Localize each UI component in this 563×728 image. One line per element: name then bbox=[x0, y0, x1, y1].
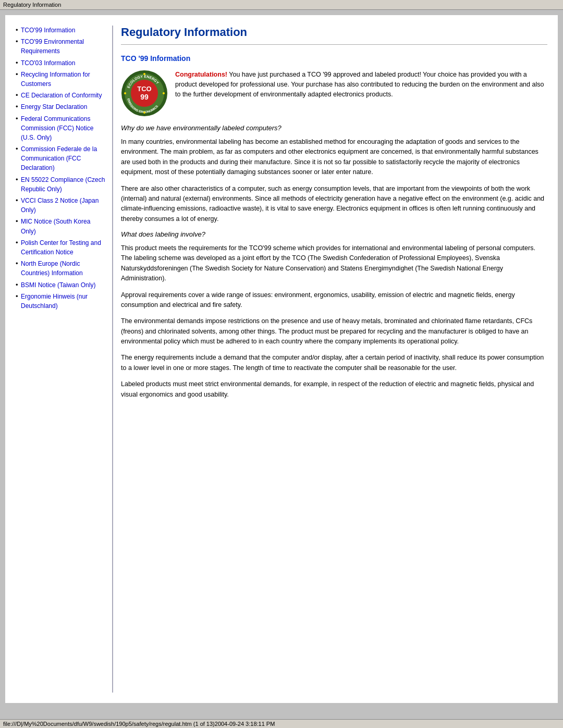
sidebar-link-polish[interactable]: Polish Center for Testing and Certificat… bbox=[21, 239, 101, 256]
sidebar-link-mic[interactable]: MIC Notice (South Korea Only) bbox=[21, 218, 90, 235]
sidebar-link-ce[interactable]: CE Declaration of Conformity bbox=[21, 92, 102, 99]
sidebar-item: CE Declaration of Conformity bbox=[16, 91, 107, 100]
tco-intro-text: Congratulations! You have just purchased… bbox=[175, 70, 547, 117]
sidebar-link-vcci[interactable]: VCCI Class 2 Notice (Japan Only) bbox=[21, 197, 99, 214]
sidebar-item: VCCI Class 2 Notice (Japan Only) bbox=[16, 196, 107, 215]
svg-text:TCO: TCO bbox=[137, 85, 151, 93]
body-para-4: Approval requirements cover a wide range… bbox=[121, 290, 547, 311]
heading-what-labeling: What does labeling involve? bbox=[121, 230, 547, 238]
svg-point-9 bbox=[124, 92, 126, 94]
sidebar-link-north-europe[interactable]: North Europe (Nordic Countries) Informat… bbox=[21, 260, 83, 277]
section-title-tco99: TCO '99 Information bbox=[121, 54, 547, 63]
sidebar: TCO'99 Information TCO'99 Environmental … bbox=[16, 26, 112, 693]
sidebar-item: North Europe (Nordic Countries) Informat… bbox=[16, 259, 107, 278]
sidebar-link-bsmi[interactable]: BSMI Notice (Taiwan Only) bbox=[21, 281, 95, 289]
sidebar-item: Commission Federale de la Communication … bbox=[16, 144, 107, 173]
body-para-6: The energy requirements include a demand… bbox=[121, 353, 547, 373]
sidebar-link-tco99-env[interactable]: TCO'99 Environmental Requirements bbox=[21, 38, 84, 55]
sidebar-item: Federal Communications Commission (FCC) … bbox=[16, 114, 107, 143]
main-content: TCO'99 Information TCO'99 Environmental … bbox=[5, 15, 558, 703]
title-bar: Regulatory Information bbox=[0, 0, 563, 10]
status-bar-text: file:///D|/My%20Documents/dfu/W9/swedish… bbox=[3, 721, 275, 727]
content-area: Regulatory Information TCO '99 Informati… bbox=[112, 26, 547, 693]
sidebar-nav-list: TCO'99 Information TCO'99 Environmental … bbox=[16, 26, 107, 311]
body-para-3: This product meets the requirements for … bbox=[121, 243, 547, 284]
sidebar-link-commission-fcc[interactable]: Commission Federale de la Communication … bbox=[21, 145, 97, 171]
body-para-1: In many countries, environmental labelin… bbox=[121, 137, 547, 178]
congrats-text: Congratulations! bbox=[175, 71, 227, 78]
sidebar-item: Recycling Information for Customers bbox=[16, 70, 107, 89]
sidebar-item: TCO'03 Information bbox=[16, 58, 107, 68]
title-bar-text: Regulatory Information bbox=[3, 2, 61, 8]
sidebar-link-recycling[interactable]: Recycling Information for Customers bbox=[21, 71, 90, 88]
tco-logo: TCO 99 ECOLOGY ENERGY EMISSIONS ERGONOMI… bbox=[121, 70, 168, 117]
sidebar-link-ergonomie[interactable]: Ergonomie Hinweis (nur Deutschland) bbox=[21, 293, 88, 310]
sidebar-item: Ergonomie Hinweis (nur Deutschland) bbox=[16, 292, 107, 311]
sidebar-link-fcc[interactable]: Federal Communications Commission (FCC) … bbox=[21, 115, 93, 141]
divider bbox=[121, 44, 547, 45]
sidebar-item: MIC Notice (South Korea Only) bbox=[16, 217, 107, 236]
sidebar-item: Energy Star Declaration bbox=[16, 102, 107, 112]
body-para-2: There are also other characteristics of … bbox=[121, 184, 547, 225]
status-bar: file:///D|/My%20Documents/dfu/W9/swedish… bbox=[0, 719, 563, 728]
svg-point-7 bbox=[143, 73, 145, 75]
body-para-5: The environmental demands impose restric… bbox=[121, 316, 547, 347]
sidebar-link-en55022[interactable]: EN 55022 Compliance (Czech Republic Only… bbox=[21, 176, 105, 193]
sidebar-link-tco03[interactable]: TCO'03 Information bbox=[21, 59, 75, 67]
heading-why-labeled: Why do we have environmentally labeled c… bbox=[121, 124, 547, 132]
sidebar-item: TCO'99 Environmental Requirements bbox=[16, 37, 107, 56]
svg-point-8 bbox=[143, 112, 145, 114]
sidebar-item: TCO'99 Information bbox=[16, 26, 107, 35]
tco-intro-block: TCO 99 ECOLOGY ENERGY EMISSIONS ERGONOMI… bbox=[121, 70, 547, 117]
sidebar-item: EN 55022 Compliance (Czech Republic Only… bbox=[16, 175, 107, 194]
page-title: Regulatory Information bbox=[121, 26, 547, 39]
sidebar-link-tco99-info[interactable]: TCO'99 Information bbox=[21, 27, 75, 34]
sidebar-link-energy-star[interactable]: Energy Star Declaration bbox=[21, 103, 87, 110]
sidebar-item: Polish Center for Testing and Certificat… bbox=[16, 238, 107, 257]
intro-text: You have just purchased a TCO '99 approv… bbox=[175, 71, 544, 98]
body-para-7: Labeled products must meet strict enviro… bbox=[121, 379, 547, 400]
svg-point-10 bbox=[163, 92, 165, 94]
sidebar-item: BSMI Notice (Taiwan Only) bbox=[16, 280, 107, 290]
svg-text:99: 99 bbox=[140, 93, 149, 101]
